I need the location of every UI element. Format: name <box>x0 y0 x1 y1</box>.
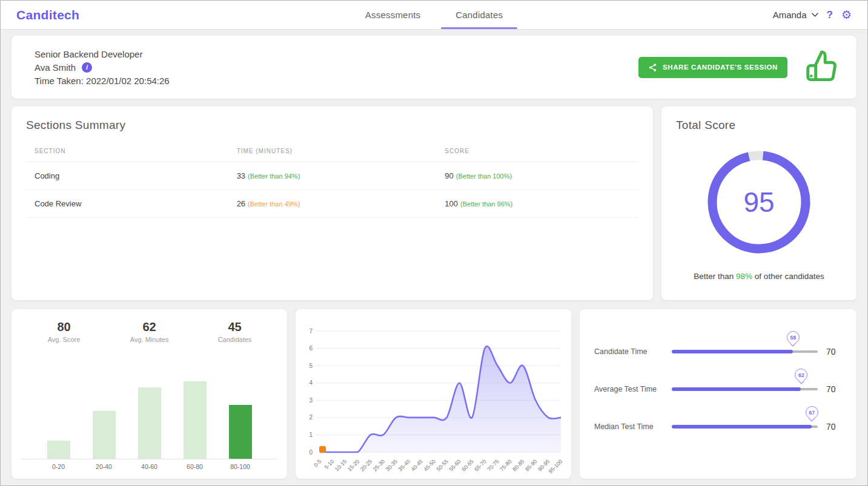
y-tick-label: 4 <box>309 379 313 386</box>
area-fill <box>320 346 561 452</box>
tab-assessments[interactable]: Assessments <box>351 1 435 29</box>
time-value: 26 <box>237 199 245 208</box>
x-tick-label: 85-90 <box>524 458 538 472</box>
y-tick-label: 5 <box>309 363 313 369</box>
nav-tabs: Assessments Candidates <box>1 1 867 29</box>
bar-fill: 67 <box>672 425 812 429</box>
x-tick-label: 40-45 <box>410 458 424 472</box>
bar-column <box>36 441 81 459</box>
score-value: 90 <box>445 171 453 180</box>
user-menu[interactable]: Amanda <box>773 10 818 20</box>
y-tick-label: 7 <box>309 328 313 335</box>
time-comparison-row: Median Test Time6770 <box>594 422 841 432</box>
bar-column <box>81 411 127 459</box>
bar-0-20 <box>47 441 70 459</box>
value-pin-badge: 62 <box>795 369 807 381</box>
column-header-section: SECTION <box>26 140 228 162</box>
stat-avg-minutes: 62 Avg. Minutes <box>107 320 192 343</box>
value-pin-badge: 58 <box>787 331 800 344</box>
x-tick-label: 55-60 <box>448 458 462 472</box>
start-marker <box>319 446 326 453</box>
y-tick-label: 1 <box>309 432 313 438</box>
y-tick-label: 0 <box>309 449 313 456</box>
table-row: Code Review 26(Better than 49%) 100(Bett… <box>26 190 638 218</box>
bar-label: 40-60 <box>127 463 172 470</box>
bar-80-100 <box>229 405 252 459</box>
time-comparison-label: Average Test Time <box>594 385 672 393</box>
candidate-actions: SHARE CANDIDATE'S SESSION <box>638 48 841 87</box>
total-score-value: 95 <box>743 186 774 218</box>
settings-gear-icon[interactable]: ⚙ <box>841 9 852 21</box>
stat-label: Avg. Score <box>21 336 107 343</box>
score-distribution-labels: 0-2020-4040-6060-8080-100 <box>21 463 277 470</box>
x-tick-label: 80-85 <box>511 458 525 472</box>
x-tick-label: 65-70 <box>473 458 487 472</box>
help-icon[interactable]: ? <box>827 9 833 21</box>
bar-label: 20-40 <box>81 463 127 470</box>
tab-candidates[interactable]: Candidates <box>441 1 517 29</box>
bar-column <box>217 405 263 459</box>
bar-40-60 <box>138 387 161 459</box>
info-icon[interactable]: i <box>82 62 92 73</box>
sections-summary-title: Sections Summary <box>26 119 638 132</box>
sections-table: SECTION TIME (MINUTES) SCORE Coding 33(B… <box>26 140 638 218</box>
stat-label: Candidates <box>192 336 277 343</box>
bar-label: 60-80 <box>172 463 217 470</box>
caption-suffix: of other candidates <box>752 272 824 281</box>
x-tick-label: 70-75 <box>486 458 500 472</box>
max-value: 70 <box>826 347 841 356</box>
x-tick-label: 35-40 <box>397 458 411 472</box>
y-tick-label: 2 <box>309 414 313 421</box>
time-value: 33 <box>237 171 245 180</box>
section-name: Coding <box>26 162 228 190</box>
bar-fill: 62 <box>672 387 801 391</box>
column-header-time: TIME (MINUTES) <box>228 140 437 162</box>
time-comparison-bar: 62 <box>672 387 818 391</box>
section-name: Code Review <box>26 190 228 218</box>
bar-60-80 <box>184 381 207 459</box>
score-note: (Better than 96%) <box>460 200 512 208</box>
time-comparison-label: Median Test Time <box>594 422 672 431</box>
y-tick-label: 3 <box>309 397 313 404</box>
x-tick-label: 15-20 <box>346 458 360 472</box>
stat-candidates: 45 Candidates <box>192 320 277 343</box>
max-value: 70 <box>826 384 841 394</box>
x-tick-label: 95-100 <box>548 458 564 475</box>
column-header-score: SCORE <box>436 140 638 162</box>
total-score-title: Total Score <box>676 119 842 132</box>
stat-avg-score: 80 Avg. Score <box>21 320 107 343</box>
stat-label: Avg. Minutes <box>107 336 192 343</box>
share-session-button[interactable]: SHARE CANDIDATE'S SESSION <box>638 57 787 78</box>
main-content: Senior Backend Developer Ava Smith i Tim… <box>1 30 867 479</box>
user-area: Amanda ? ⚙ <box>773 9 852 21</box>
job-title: Senior Backend Developer <box>35 49 170 59</box>
candidate-info: Senior Backend Developer Ava Smith i Tim… <box>35 49 170 86</box>
candidate-name: Ava Smith <box>35 62 76 73</box>
top-nav: Canditech Assessments Candidates Amanda … <box>1 1 867 30</box>
x-tick-label: 60-65 <box>460 458 474 472</box>
time-comparison-card: Candidate Time5870Average Test Time6270M… <box>580 309 856 479</box>
stat-value: 62 <box>107 320 192 334</box>
user-name: Amanda <box>773 10 807 20</box>
max-value: 70 <box>826 422 841 432</box>
time-distribution-chart: 012345670-55-1010-1515-2020-2525-3030-35… <box>299 315 566 478</box>
time-note: (Better than 94%) <box>248 172 300 180</box>
time-comparison-row: Average Test Time6270 <box>594 384 841 394</box>
bar-column <box>127 387 172 459</box>
score-distribution-card: 80 Avg. Score 62 Avg. Minutes 45 Candida… <box>12 309 287 479</box>
score-value: 100 <box>445 199 458 208</box>
stat-value: 80 <box>21 320 107 334</box>
time-comparison-label: Candidate Time <box>594 347 672 356</box>
y-tick-label: 6 <box>309 345 313 352</box>
stat-value: 45 <box>192 320 277 334</box>
time-taken: Time Taken: 2022/01/02 20:54:26 <box>35 76 170 86</box>
time-comparison-bar: 67 <box>672 425 818 429</box>
x-tick-label: 25-30 <box>372 458 386 472</box>
share-button-label: SHARE CANDIDATE'S SESSION <box>663 64 778 71</box>
caption-prefix: Better than <box>694 272 736 281</box>
value-pin-badge: 67 <box>806 406 818 419</box>
bar-fill: 58 <box>672 350 793 353</box>
bar-label: 0-20 <box>36 463 81 470</box>
caption-percentile: 98% <box>736 272 752 281</box>
x-tick-label: 50-55 <box>436 458 449 472</box>
